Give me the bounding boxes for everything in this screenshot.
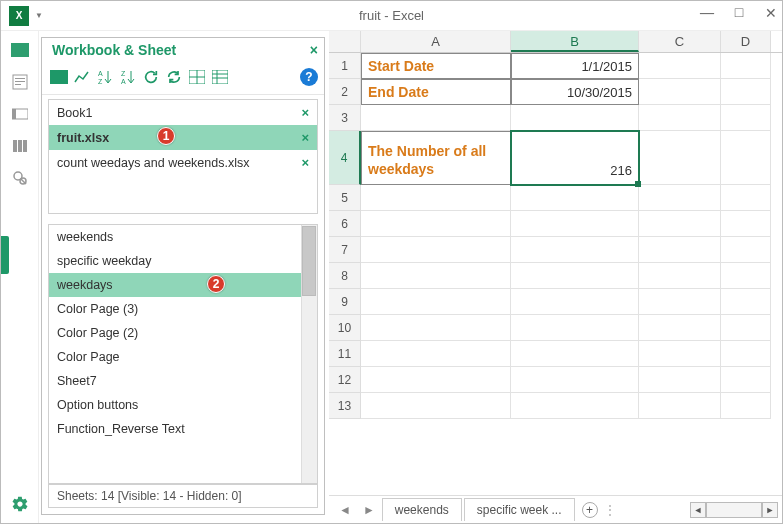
cell-B4[interactable]: 216 <box>511 131 639 185</box>
cell-C4[interactable] <box>639 131 721 185</box>
refresh-icon[interactable] <box>140 66 162 88</box>
workbook-list: Book1 × fruit.xlsx × 1 count weedays and… <box>48 99 318 214</box>
panel-collapse-handle[interactable] <box>1 236 9 274</box>
workbook-item[interactable]: count weedays and weekends.xlsx × <box>49 150 317 175</box>
column-headers: A B C D <box>329 31 782 53</box>
row-header[interactable]: 6 <box>329 211 361 237</box>
callout-badge-2: 2 <box>207 275 225 293</box>
grid-list-icon[interactable] <box>209 66 231 88</box>
sheet-item[interactable]: weekdays 2 <box>49 273 301 297</box>
sheet-status: Sheets: 14 [Visible: 14 - Hidden: 0] <box>48 484 318 508</box>
sheet-tab-bar: ◄ ► weekends specific week ... + ⋮ ◄ ► <box>329 495 782 523</box>
svg-text:A: A <box>121 78 126 85</box>
grid-row: 7 <box>329 237 782 263</box>
cell-C3[interactable] <box>639 105 721 131</box>
workbook-item[interactable]: fruit.xlsx × 1 <box>49 125 317 150</box>
sort-za-icon[interactable]: ZA <box>117 66 139 88</box>
hscroll-right-icon[interactable]: ► <box>762 502 778 518</box>
row-header[interactable]: 3 <box>329 105 361 131</box>
cell-D3[interactable] <box>721 105 771 131</box>
window-minimize-button[interactable]: — <box>700 5 714 22</box>
sheet-item[interactable]: Function_Reverse Text <box>49 417 301 441</box>
settings-gear-icon[interactable] <box>10 495 30 513</box>
hscroll-left-icon[interactable]: ◄ <box>690 502 706 518</box>
cell-B1[interactable]: 1/1/2015 <box>511 53 639 79</box>
close-workbook-icon[interactable]: × <box>301 105 309 120</box>
hscroll-track[interactable] <box>706 502 762 518</box>
cell-A2[interactable]: End Date <box>361 79 511 105</box>
new-workbook-icon[interactable] <box>48 66 70 88</box>
sheet-item[interactable]: Color Page (3) <box>49 297 301 321</box>
cell-D1[interactable] <box>721 53 771 79</box>
callout-badge-1: 1 <box>157 127 175 145</box>
row-header[interactable]: 9 <box>329 289 361 315</box>
select-all-corner[interactable] <box>329 31 361 52</box>
cell-A4[interactable]: The Number of all weekdays <box>361 131 511 185</box>
row-header[interactable]: 2 <box>329 79 361 105</box>
svg-rect-13 <box>23 140 27 152</box>
cell-A3[interactable] <box>361 105 511 131</box>
cell-B2[interactable]: 10/30/2015 <box>511 79 639 105</box>
row-header[interactable]: 13 <box>329 393 361 419</box>
svg-rect-29 <box>212 70 228 84</box>
grid-row: 12 <box>329 367 782 393</box>
window-close-button[interactable]: ✕ <box>764 5 778 22</box>
sheet-item[interactable]: Sheet7 <box>49 369 301 393</box>
sheet-tab[interactable]: specific week ... <box>464 498 575 521</box>
grid-toggle-icon[interactable] <box>186 66 208 88</box>
row-header[interactable]: 12 <box>329 367 361 393</box>
help-button[interactable]: ? <box>300 68 318 86</box>
panel-close-button[interactable]: × <box>310 42 318 58</box>
col-header-A[interactable]: A <box>361 31 511 52</box>
sheet-item[interactable]: Color Page (2) <box>49 321 301 345</box>
panel-title: Workbook & Sheet <box>52 42 176 58</box>
autotext-icon[interactable] <box>10 73 30 91</box>
cell-B3[interactable] <box>511 105 639 131</box>
row-header[interactable]: 11 <box>329 341 361 367</box>
workbook-sheet-icon[interactable] <box>10 41 30 59</box>
sheet-list: weekends specific weekday weekdays 2 Col… <box>48 224 318 484</box>
sync-icon[interactable] <box>163 66 185 88</box>
row-header[interactable]: 10 <box>329 315 361 341</box>
columns-icon[interactable] <box>10 137 30 155</box>
window-maximize-button[interactable]: □ <box>732 5 746 22</box>
cell-C1[interactable] <box>639 53 721 79</box>
sort-az-icon[interactable]: AZ <box>94 66 116 88</box>
spreadsheet-area: A B C D 1 Start Date 1/1/2015 2 End Date… <box>329 31 782 523</box>
sheet-item[interactable]: Option buttons <box>49 393 301 417</box>
horizontal-scrollbar[interactable]: ◄ ► <box>690 502 778 518</box>
grid-row: 1 Start Date 1/1/2015 <box>329 53 782 79</box>
tab-nav-next-icon[interactable]: ► <box>357 503 381 517</box>
chart-line-icon[interactable] <box>71 66 93 88</box>
sheet-item[interactable]: Color Page <box>49 345 301 369</box>
name-manager-icon[interactable] <box>10 105 30 123</box>
add-sheet-button[interactable]: + <box>582 502 598 518</box>
find-replace-icon[interactable] <box>10 169 30 187</box>
cell-D2[interactable] <box>721 79 771 105</box>
row-header[interactable]: 7 <box>329 237 361 263</box>
scrollbar-thumb[interactable] <box>302 226 316 296</box>
row-header[interactable]: 4 <box>329 131 361 185</box>
svg-rect-12 <box>18 140 22 152</box>
sheet-item[interactable]: weekends <box>49 225 301 249</box>
workbook-name: fruit.xlsx <box>57 131 109 145</box>
svg-rect-6 <box>15 78 25 79</box>
row-header[interactable]: 8 <box>329 263 361 289</box>
titlebar: X ▼ fruit - Excel — □ ✕ <box>1 1 782 31</box>
sheet-item[interactable]: specific weekday <box>49 249 301 273</box>
cell-C2[interactable] <box>639 79 721 105</box>
quick-access-dropdown[interactable]: ▼ <box>35 11 43 20</box>
row-header[interactable]: 5 <box>329 185 361 211</box>
cell-D4[interactable] <box>721 131 771 185</box>
row-header[interactable]: 1 <box>329 53 361 79</box>
sheet-tab[interactable]: weekends <box>382 498 462 521</box>
cell-A1[interactable]: Start Date <box>361 53 511 79</box>
sheet-list-scrollbar[interactable] <box>301 225 317 483</box>
close-workbook-icon[interactable]: × <box>301 130 309 145</box>
col-header-D[interactable]: D <box>721 31 771 52</box>
close-workbook-icon[interactable]: × <box>301 155 309 170</box>
col-header-B[interactable]: B <box>511 31 639 52</box>
tab-nav-prev-icon[interactable]: ◄ <box>333 503 357 517</box>
workbook-item[interactable]: Book1 × <box>49 100 317 125</box>
col-header-C[interactable]: C <box>639 31 721 52</box>
